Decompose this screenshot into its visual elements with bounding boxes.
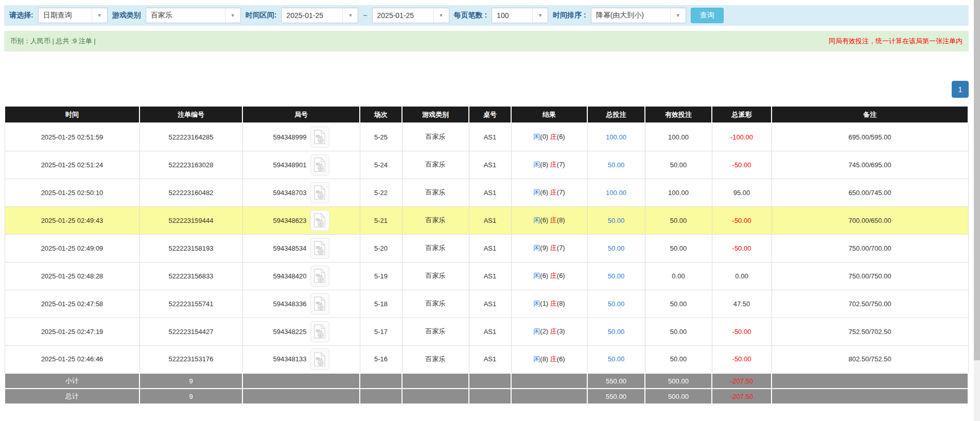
player-result-score: (9): [540, 244, 548, 252]
cell-payout: -50.00: [712, 206, 772, 234]
subtotal-row-cell-3: [360, 373, 402, 389]
cell-total-bet[interactable]: 50.00: [587, 290, 645, 318]
player-result-score: (8): [540, 161, 548, 168]
cell-session: 5-17: [360, 318, 402, 345]
pagination: 1: [4, 81, 969, 98]
cell-payout: -50.00: [712, 345, 772, 373]
total-row-cell-5: [469, 389, 511, 404]
scrollbar-thumb[interactable]: [974, 0, 980, 360]
cell-result: 闲(2) 庄(3): [511, 318, 587, 345]
banker-result-score: (7): [557, 188, 565, 196]
bet-records-table: 时间 注单编号 局号 场次 游戏类别 桌号 结果 总投注 有效投注 总派彩 备注…: [4, 106, 969, 405]
date-from-select[interactable]: 2025-01-25 ▼: [281, 8, 358, 23]
banker-result-score: (7): [557, 244, 565, 252]
table-row: 2025-01-25 02:49:09 522223158193 5943485…: [5, 234, 968, 262]
cell-round: 594348336: [242, 290, 360, 318]
pagination-page-1-button[interactable]: 1: [952, 81, 969, 98]
cell-table-no: AS1: [469, 151, 511, 179]
cell-round: 594348703: [242, 179, 360, 206]
info-bar: 币别：人民币 | 总共 :9 注单 | 同局有效投注，统一计算在该局第一张注单内: [4, 31, 969, 51]
video-file-icon[interactable]: [310, 348, 329, 370]
table-row: 2025-01-25 02:49:43 522223159444 5943486…: [5, 206, 968, 234]
banker-result-label: 庄: [550, 161, 557, 168]
banker-result-score: (3): [557, 327, 565, 335]
query-type-select[interactable]: 日期查询 ▼: [38, 8, 108, 23]
game-category-label: 游戏类别: [112, 11, 141, 20]
banker-result-label: 庄: [550, 272, 557, 279]
cell-valid-bet: 100.00: [645, 179, 712, 206]
cell-table-no: AS1: [469, 345, 511, 373]
banker-result-label: 庄: [550, 188, 557, 196]
subtotal-row-cell-5: [469, 373, 511, 389]
player-result-label: 闲: [533, 133, 540, 141]
cell-game: 百家乐: [402, 262, 469, 290]
cell-total-bet[interactable]: 100.00: [587, 123, 645, 151]
round-number: 594348420: [273, 272, 306, 280]
cell-total-bet[interactable]: 50.00: [587, 345, 645, 373]
cell-bet-id: 522223158193: [139, 234, 242, 262]
cell-remark: 750.00/750.00: [772, 262, 968, 290]
time-sort-select[interactable]: 降幂(由大到小) ▼: [591, 8, 686, 23]
page-container: 请选择: 日期查询 ▼ 游戏类别 百家乐 ▼ 时间区间: 2025-01-25 …: [4, 5, 969, 405]
video-file-icon[interactable]: [310, 293, 329, 314]
game-category-value: 百家乐: [146, 8, 225, 23]
table-row: 2025-01-25 02:50:10 522223160482 5943487…: [5, 179, 968, 206]
banker-result-label: 庄: [550, 244, 557, 252]
cell-total-bet[interactable]: 50.00: [587, 234, 645, 262]
cell-game: 百家乐: [402, 318, 469, 345]
video-file-icon[interactable]: [310, 321, 329, 342]
date-to-select[interactable]: 2025-01-25 ▼: [372, 8, 449, 23]
cell-game: 百家乐: [402, 206, 469, 234]
table-row: 2025-01-25 02:51:24 522223163028 5943489…: [5, 151, 968, 179]
cell-game: 百家乐: [402, 151, 469, 179]
player-result-label: 闲: [533, 355, 540, 363]
chevron-down-icon: ▼: [433, 8, 449, 23]
video-file-icon[interactable]: [310, 154, 329, 176]
cell-bet-id: 522223155741: [139, 290, 242, 318]
cell-payout: 95.00: [712, 179, 772, 206]
cell-bet-id: 522223159444: [139, 206, 242, 234]
cell-total-bet[interactable]: 50.00: [587, 318, 645, 345]
range-tilde: ~: [363, 11, 367, 20]
banker-result-label: 庄: [550, 355, 557, 363]
player-result-label: 闲: [533, 244, 540, 252]
video-file-icon[interactable]: [310, 210, 329, 231]
round-number: 594348703: [273, 189, 306, 197]
round-number: 594348336: [273, 300, 306, 308]
cell-total-bet[interactable]: 50.00: [587, 151, 645, 179]
subtotal-row-cell-2: [242, 373, 360, 389]
player-result-score: (8): [540, 355, 548, 363]
cell-result: 闲(0) 庄(6): [511, 123, 587, 151]
cell-game: 百家乐: [402, 234, 469, 262]
video-file-icon[interactable]: [310, 127, 329, 148]
player-result-label: 闲: [533, 188, 540, 196]
table-row: 2025-01-25 02:46:46 522223153176 5943481…: [5, 345, 968, 373]
subtotal-row-cell-7: 550.00: [587, 373, 645, 389]
cell-payout: -50.00: [712, 151, 772, 179]
page-size-select[interactable]: 100 ▼: [492, 8, 548, 23]
video-file-icon[interactable]: [310, 266, 329, 287]
video-file-icon[interactable]: [310, 182, 329, 203]
cell-result: 闲(9) 庄(7): [511, 234, 587, 262]
video-file-icon[interactable]: [310, 238, 329, 259]
column-header-bet-id: 注单编号: [139, 106, 242, 123]
round-number: 594348133: [273, 355, 306, 363]
cell-round: 594348534: [242, 234, 360, 262]
vertical-scrollbar[interactable]: [974, 0, 980, 421]
cell-result: 闲(6) 庄(6): [511, 262, 587, 290]
subtotal-row-cell-9: -207.50: [712, 373, 772, 389]
date-to-value: 2025-01-25: [373, 8, 433, 23]
total-row-cell-7: 550.00: [587, 389, 645, 404]
total-row-cell-8: 500.00: [645, 389, 712, 404]
search-button[interactable]: 查询: [691, 8, 724, 23]
cell-remark: 745.00/695.00: [772, 151, 968, 179]
cell-total-bet[interactable]: 50.00: [587, 206, 645, 234]
total-row-cell-4: [402, 389, 469, 404]
cell-total-bet[interactable]: 50.00: [587, 262, 645, 290]
subtotal-row-cell-1: 9: [139, 373, 242, 389]
banker-result-score: (6): [557, 133, 565, 141]
banker-result-score: (6): [557, 355, 565, 363]
cell-result: 闲(6) 庄(8): [511, 206, 587, 234]
cell-total-bet[interactable]: 100.00: [587, 179, 645, 206]
game-category-select[interactable]: 百家乐 ▼: [146, 8, 241, 23]
